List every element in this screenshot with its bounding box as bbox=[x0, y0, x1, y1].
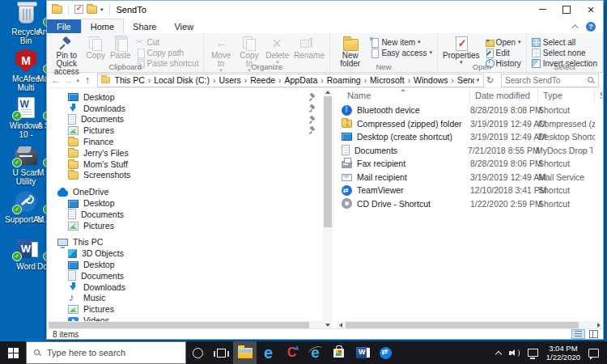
action-center-icon[interactable] bbox=[588, 349, 599, 358]
edit-button[interactable]: Edit bbox=[482, 48, 524, 57]
pin-icon[interactable] bbox=[309, 116, 316, 124]
column-header-type[interactable]: Type bbox=[538, 88, 595, 103]
pin-icon[interactable] bbox=[309, 105, 316, 112]
new-folder-quick-icon[interactable] bbox=[87, 6, 97, 14]
help-icon[interactable] bbox=[586, 22, 596, 32]
select-none-button[interactable]: Select none bbox=[529, 48, 600, 57]
nav-item-pc[interactable]: This PC bbox=[47, 237, 323, 248]
title-bar[interactable]: ▾ SendTo bbox=[47, 1, 603, 18]
nav-item-document[interactable]: Documents bbox=[47, 209, 323, 220]
breadcrumb-item[interactable]: This PC bbox=[115, 75, 155, 85]
taskbar-icon-cortana[interactable] bbox=[186, 341, 210, 364]
address-bar[interactable]: This PCLocal Disk (C:)UsersReedeAppDataR… bbox=[97, 74, 485, 87]
breadcrumb-item[interactable]: Local Disk (C:) bbox=[154, 75, 219, 85]
taskbar-icon-word[interactable] bbox=[350, 341, 374, 364]
taskbar-icon-teamviewer[interactable] bbox=[374, 341, 397, 364]
file-row-bluetooth-device[interactable]: Bluetooth device 8/28/2019 8:08 PM Short… bbox=[337, 104, 603, 117]
breadcrumb-item[interactable]: Reede bbox=[250, 75, 284, 85]
breadcrumb-item[interactable]: AppData bbox=[284, 75, 326, 85]
scrollbar-thumb[interactable] bbox=[49, 322, 309, 328]
nav-item-monitor[interactable]: Desktop bbox=[47, 259, 323, 270]
details-view-button[interactable] bbox=[571, 329, 585, 339]
minimize-button[interactable] bbox=[530, 1, 554, 18]
select-all-button[interactable]: Select all bbox=[529, 37, 600, 47]
pin-icon[interactable] bbox=[309, 127, 316, 134]
taskbar-icon-internet-explorer[interactable] bbox=[304, 341, 327, 364]
file-row-cd-drive-shortcut[interactable]: CD Drive - Shortcut 1/22/2020 2:59 PM Sh… bbox=[337, 197, 603, 211]
desktop-icon-word[interactable]: Word bbox=[5, 236, 47, 283]
address-dropdown-chevron-icon[interactable] bbox=[474, 77, 482, 83]
tab-share[interactable]: Share bbox=[124, 19, 165, 33]
nav-item-cube[interactable]: 3D Objects bbox=[47, 248, 323, 259]
desktop-icon-scanner[interactable]: U Scan Utility bbox=[5, 142, 47, 189]
properties-button[interactable]: Properties bbox=[440, 36, 482, 65]
tab-file[interactable]: File bbox=[47, 19, 81, 33]
taskbar-icon-ccleaner[interactable] bbox=[280, 341, 304, 364]
nav-item-cloud[interactable]: OneDrive bbox=[47, 186, 323, 197]
cut-button[interactable]: Cut bbox=[134, 37, 202, 47]
nav-item-folder[interactable]: Screenshots bbox=[47, 170, 323, 181]
rename-button[interactable]: Rename bbox=[291, 36, 327, 60]
taskbar-icon-task-view[interactable] bbox=[210, 341, 233, 364]
breadcrumb-item[interactable]: Windows bbox=[414, 75, 457, 85]
start-button[interactable] bbox=[0, 341, 26, 364]
taskbar-search-input[interactable] bbox=[47, 348, 179, 358]
breadcrumb-item[interactable]: SendTo bbox=[457, 75, 474, 85]
show-hidden-icons-chevron-icon[interactable] bbox=[495, 350, 501, 356]
desktop-icon-worddoc[interactable]: Windows 10 - Shortcut bbox=[5, 95, 47, 142]
customize-toolbar-chevron-icon[interactable]: ▾ bbox=[100, 6, 104, 13]
pin-icon[interactable] bbox=[309, 94, 316, 101]
nav-item-picture[interactable]: Pictures bbox=[47, 125, 323, 136]
breadcrumb-item[interactable]: Users bbox=[219, 75, 250, 85]
volume-icon[interactable] bbox=[509, 349, 520, 358]
refresh-icon[interactable] bbox=[484, 75, 496, 86]
nav-item-folder[interactable]: Mom's Stuff bbox=[47, 159, 323, 170]
file-row-fax-recipient[interactable]: Fax recipient 8/28/2019 8:06 PM Shortcut bbox=[337, 157, 603, 171]
taskbar-icon-edge[interactable] bbox=[257, 341, 280, 364]
nav-vertical-scrollbar[interactable] bbox=[323, 88, 333, 329]
open-button[interactable]: Open bbox=[482, 37, 524, 47]
search-input[interactable] bbox=[505, 76, 587, 85]
file-row-mail-recipient[interactable]: Mail recipient 3/19/2019 12:49 AM Mail S… bbox=[337, 171, 603, 184]
scrollbar-thumb[interactable] bbox=[324, 96, 332, 227]
copy-path-button[interactable]: Copy path bbox=[134, 48, 202, 57]
search-box[interactable] bbox=[501, 74, 599, 87]
taskbar-icon-store[interactable] bbox=[327, 341, 350, 364]
nav-item-monitor[interactable]: Desktop bbox=[47, 91, 323, 103]
nav-item-folder[interactable]: Jerry's Files bbox=[47, 147, 323, 159]
clock[interactable]: 3:04 PM 1/22/2020 bbox=[546, 344, 580, 362]
desktop-icon-mcafee[interactable]: McAfee Multi Acce... bbox=[5, 49, 47, 95]
taskbar-icon-file-explorer[interactable] bbox=[233, 341, 257, 364]
easy-access-button[interactable]: Easy access bbox=[367, 48, 435, 57]
breadcrumb-item[interactable]: Roaming bbox=[327, 75, 370, 85]
copy-button[interactable]: Copy bbox=[84, 36, 108, 60]
file-row-documents[interactable]: Documents 7/21/2018 8:55 PM MyDocs Drop … bbox=[337, 144, 603, 158]
nav-item-download[interactable]: Downloads bbox=[47, 281, 323, 293]
nav-item-document[interactable]: Documents bbox=[47, 114, 323, 125]
new-item-button[interactable]: New item bbox=[367, 37, 435, 47]
desktop-icon-recycle[interactable]: Recycle Bin bbox=[5, 2, 47, 49]
nav-item-picture[interactable]: Pictures bbox=[47, 220, 323, 231]
close-button[interactable] bbox=[579, 1, 603, 18]
breadcrumb-item[interactable]: Microsoft bbox=[370, 75, 414, 85]
tab-view[interactable]: View bbox=[165, 19, 202, 33]
column-header-date-modified[interactable]: Date modified bbox=[470, 88, 538, 103]
scroll-up-arrow-icon[interactable] bbox=[323, 88, 333, 96]
nav-item-download[interactable]: Downloads bbox=[47, 103, 323, 114]
desktop-icon-support[interactable]: SupportAs... bbox=[5, 189, 47, 236]
column-header-size[interactable]: Size bbox=[595, 88, 603, 103]
large-icons-view-button[interactable] bbox=[587, 329, 601, 339]
nav-item-folder[interactable]: Finance bbox=[47, 136, 323, 147]
nav-item-music[interactable]: Music bbox=[47, 293, 323, 304]
tab-home[interactable]: Home bbox=[81, 19, 124, 33]
taskbar-search-box[interactable] bbox=[26, 341, 186, 364]
nav-item-video[interactable]: Videos bbox=[47, 315, 323, 321]
delete-button[interactable]: Delete bbox=[263, 36, 291, 65]
file-row-desktop-create-shortcut-[interactable]: Desktop (create shortcut) 3/19/2019 12:4… bbox=[337, 130, 603, 144]
maximize-button[interactable] bbox=[554, 1, 579, 18]
properties-quick-icon[interactable] bbox=[74, 5, 83, 14]
nav-item-monitor[interactable]: Desktop bbox=[47, 197, 323, 209]
nav-item-document[interactable]: Documents bbox=[47, 270, 323, 281]
file-row-compressed-zipped-folder[interactable]: Compressed (zipped) folder 3/19/2019 12:… bbox=[337, 117, 603, 131]
nav-item-picture[interactable]: Pictures bbox=[47, 303, 323, 315]
